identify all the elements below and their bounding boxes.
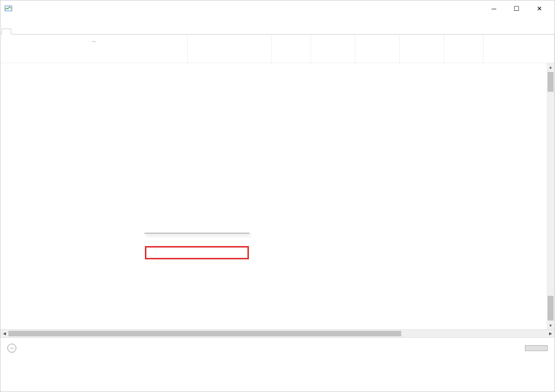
col-cpu[interactable]	[272, 35, 311, 63]
tab-app-history[interactable]	[21, 29, 31, 35]
fewer-details-toggle[interactable]: ︿	[7, 344, 19, 353]
tab-performance[interactable]	[11, 29, 21, 35]
tab-startup[interactable]	[31, 29, 41, 35]
tab-users[interactable]	[41, 29, 51, 35]
tab-services[interactable]	[61, 29, 70, 35]
vertical-scrollbar[interactable]: ▲ ▼	[547, 63, 555, 329]
restart-button[interactable]	[525, 345, 548, 351]
col-name[interactable]: ︿	[0, 35, 188, 63]
context-menu	[144, 233, 249, 234]
tab-processes[interactable]	[1, 29, 11, 35]
scroll-thumb[interactable]	[548, 72, 554, 92]
hscroll-thumb[interactable]	[8, 331, 401, 336]
tab-strip	[0, 28, 555, 35]
scroll-up-icon[interactable]: ▲	[547, 63, 555, 71]
scroll-left-icon[interactable]: ◀	[0, 331, 8, 336]
scroll-down-icon[interactable]: ▼	[547, 321, 555, 329]
col-disk[interactable]	[355, 35, 400, 63]
close-button[interactable]: ✕	[528, 0, 551, 16]
menu-options[interactable]	[11, 21, 19, 23]
scroll-thumb-lower[interactable]	[548, 296, 554, 321]
chevron-up-icon: ︿	[7, 344, 16, 353]
title-bar: ─ ☐ ✕	[0, 0, 555, 16]
minimize-button[interactable]: ─	[483, 0, 505, 16]
col-gpu[interactable]	[444, 35, 484, 63]
col-status[interactable]	[188, 35, 272, 63]
col-network[interactable]	[400, 35, 444, 63]
footer-bar: ︿	[0, 337, 555, 358]
maximize-button[interactable]: ☐	[505, 0, 528, 16]
col-gpu-engine[interactable]	[484, 35, 555, 63]
menu-file[interactable]	[3, 21, 11, 23]
scroll-right-icon[interactable]: ▶	[547, 331, 555, 336]
process-table: ▲ ▼	[0, 63, 555, 329]
column-header: ︿	[0, 35, 555, 63]
tab-details[interactable]	[51, 29, 61, 35]
menu-view[interactable]	[19, 21, 27, 23]
col-memory[interactable]	[311, 35, 355, 63]
sort-indicator-icon: ︿	[92, 37, 97, 44]
horizontal-scrollbar[interactable]: ◀ ▶	[0, 329, 555, 337]
task-manager-icon	[4, 4, 12, 12]
menu-bar	[0, 16, 555, 28]
